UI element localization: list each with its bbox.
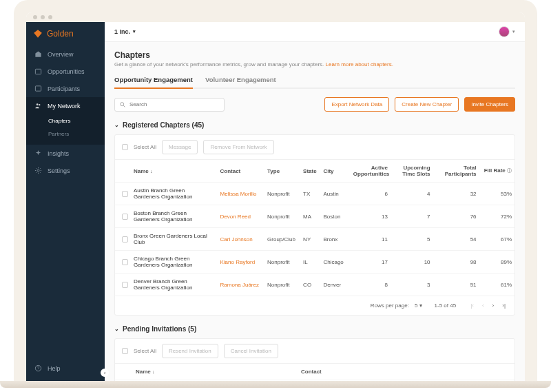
page-next[interactable]: › bbox=[490, 301, 497, 310]
tab-opportunity-engagement[interactable]: Opportunity Engagement bbox=[114, 76, 193, 89]
page-prev[interactable]: ‹ bbox=[480, 301, 486, 310]
registered-section-title: ⌄ Registered Chapters (45) bbox=[114, 121, 515, 129]
select-all-checkbox[interactable] bbox=[122, 144, 128, 150]
pagination: Rows per page: 5 ▾ 1-5 of 45 |‹ ‹ › ›| bbox=[115, 296, 514, 315]
sidebar-item-label: My Network bbox=[48, 103, 81, 110]
rows-per-page-select[interactable]: 5 ▾ bbox=[415, 302, 422, 309]
page-first[interactable]: |‹ bbox=[468, 301, 476, 310]
table-row[interactable]: Boston Branch Green Gardeners Organizati… bbox=[115, 205, 514, 228]
row-checkbox[interactable] bbox=[122, 214, 128, 220]
table-row[interactable]: New York Branch Green Gardeners Organiza… bbox=[115, 380, 514, 382]
svg-text:?: ? bbox=[37, 366, 39, 370]
select-all-checkbox[interactable] bbox=[122, 348, 128, 354]
sidebar-item-my-network[interactable]: My Network bbox=[26, 97, 105, 114]
collapse-icon[interactable]: ⌄ bbox=[114, 122, 119, 128]
info-icon: ⓘ bbox=[507, 168, 512, 173]
sidebar-item-opportunities[interactable]: Opportunities bbox=[26, 63, 105, 80]
svg-point-2 bbox=[37, 103, 39, 105]
col-state[interactable]: State bbox=[300, 160, 320, 183]
brand-logo: Golden bbox=[26, 22, 105, 45]
logo-icon bbox=[33, 29, 43, 39]
contact-link[interactable]: Kiano Rayford bbox=[220, 259, 256, 265]
sidebar-item-label: Settings bbox=[48, 167, 70, 174]
table-row[interactable]: Austin Branch Green Gardeners Organizati… bbox=[115, 183, 514, 205]
cell-fill: 89% bbox=[479, 251, 514, 274]
chapter-name: Austin Branch Green Gardeners Organizati… bbox=[134, 187, 209, 200]
learn-more-link[interactable]: Learn more about chapters. bbox=[326, 61, 393, 68]
contact-link[interactable]: Carl Johnson bbox=[220, 236, 253, 243]
col-name[interactable]: Name ↓ bbox=[131, 160, 218, 183]
contact-link[interactable]: Ramona Juárez bbox=[220, 282, 259, 288]
registered-table: Name ↓ Contact Type State City Active Op… bbox=[115, 160, 514, 296]
sidebar-sub-partners[interactable]: Partners bbox=[26, 127, 105, 141]
contact-link[interactable]: Melissa Morillo bbox=[220, 191, 257, 197]
home-icon bbox=[34, 50, 42, 58]
cell-type: Nonprofit bbox=[264, 274, 300, 296]
page-last[interactable]: ›| bbox=[500, 301, 508, 310]
cell-active: 13 bbox=[348, 205, 391, 228]
cell-fill: 72% bbox=[479, 205, 514, 228]
resend-button[interactable]: Resend Invitation bbox=[162, 344, 218, 358]
create-chapter-button[interactable]: Create New Chapter bbox=[395, 97, 459, 112]
cell-upcoming: 7 bbox=[391, 205, 433, 228]
sort-icon: ↓ bbox=[150, 169, 153, 174]
row-checkbox[interactable] bbox=[122, 191, 128, 197]
remove-button[interactable]: Remove From Network bbox=[203, 140, 273, 154]
table-row[interactable]: Chicago Branch Green Gardeners Organizat… bbox=[115, 251, 514, 274]
search-input-wrap[interactable] bbox=[114, 98, 225, 112]
col-fill[interactable]: Fill Rate ⓘ bbox=[479, 160, 514, 183]
col-participants[interactable]: Total Participants bbox=[433, 160, 479, 183]
cell-state: NY bbox=[300, 228, 320, 251]
col-active[interactable]: Active Opportunities bbox=[348, 160, 391, 183]
sidebar-item-overview[interactable]: Overview bbox=[26, 45, 105, 63]
col-contact[interactable]: Contact bbox=[301, 369, 508, 375]
cell-active: 8 bbox=[348, 274, 391, 296]
message-button[interactable]: Message bbox=[162, 140, 198, 154]
chapter-name: Boston Branch Green Gardeners Organizati… bbox=[134, 210, 209, 223]
collapse-icon[interactable]: ⌄ bbox=[114, 326, 119, 332]
cell-upcoming: 4 bbox=[391, 183, 433, 205]
col-name[interactable]: Name ↓ bbox=[136, 369, 301, 375]
chevron-down-icon[interactable]: ▾ bbox=[512, 29, 515, 34]
invite-chapters-button[interactable]: Invite Chapters bbox=[464, 97, 515, 112]
sidebar-item-settings[interactable]: Settings bbox=[26, 162, 105, 179]
row-checkbox[interactable] bbox=[122, 259, 128, 265]
col-upcoming[interactable]: Upcoming Time Slots bbox=[391, 160, 433, 183]
cell-fill: 67% bbox=[479, 228, 514, 251]
user-list-icon bbox=[34, 85, 42, 92]
cell-city: Boston bbox=[320, 205, 348, 228]
table-row[interactable]: Bronx Green Gardeners Local ClubCarl Joh… bbox=[115, 228, 514, 251]
row-checkbox[interactable] bbox=[122, 236, 128, 243]
cell-type: Group/Club bbox=[264, 228, 300, 251]
svg-point-7 bbox=[121, 102, 124, 105]
cell-participants: 76 bbox=[433, 205, 479, 228]
col-city[interactable]: City bbox=[320, 160, 348, 183]
window-titlebar bbox=[26, 12, 525, 22]
sidebar-item-participants[interactable]: Participants bbox=[26, 80, 105, 97]
page-subtitle: Get a glance of your network's performan… bbox=[114, 61, 515, 68]
cell-state: TX bbox=[300, 183, 320, 205]
cell-city: Chicago bbox=[320, 251, 348, 274]
select-all-label: Select All bbox=[134, 144, 156, 150]
org-selector[interactable]: 1 Inc. ▾ bbox=[114, 28, 136, 35]
sidebar-item-insights[interactable]: Insights bbox=[26, 145, 105, 162]
col-type[interactable]: Type bbox=[264, 160, 300, 183]
tab-volunteer-engagement[interactable]: Volunteer Engagement bbox=[205, 76, 276, 89]
cell-active: 17 bbox=[348, 251, 391, 274]
search-input[interactable] bbox=[129, 101, 220, 107]
sidebar-item-label: Overview bbox=[48, 51, 74, 58]
avatar[interactable] bbox=[499, 26, 510, 37]
topbar: 1 Inc. ▾ ▾ bbox=[105, 22, 525, 42]
sidebar-item-label: Participants bbox=[48, 85, 80, 92]
table-row[interactable]: Denver Branch Green Gardeners Organizati… bbox=[115, 274, 514, 296]
sidebar-collapse-button[interactable]: ‹ bbox=[101, 369, 109, 377]
export-button[interactable]: Export Network Data bbox=[324, 97, 389, 112]
row-checkbox[interactable] bbox=[122, 282, 128, 288]
svg-rect-0 bbox=[35, 69, 41, 74]
sidebar-sub-chapters[interactable]: Chapters bbox=[26, 114, 105, 127]
contact-link[interactable]: Devon Reed bbox=[220, 214, 251, 220]
cancel-invite-button[interactable]: Cancel Invitation bbox=[224, 344, 278, 358]
sidebar-item-help[interactable]: ? Help bbox=[26, 360, 105, 377]
cell-upcoming: 3 bbox=[391, 274, 433, 296]
col-contact[interactable]: Contact bbox=[218, 160, 265, 183]
